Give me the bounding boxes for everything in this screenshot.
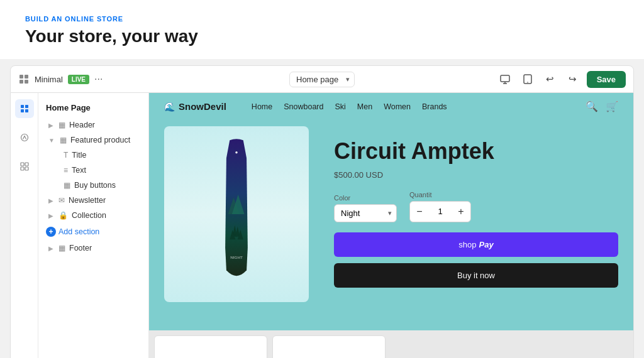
chevron-icon: ▼	[48, 137, 55, 144]
toolbar-center: Home page	[289, 72, 355, 87]
color-quantity-row: Color Night Quantit −	[334, 191, 618, 222]
svg-rect-14	[21, 163, 24, 166]
cart-icon[interactable]: 🛒	[606, 100, 618, 112]
sidebar-icon-apps[interactable]	[15, 157, 34, 176]
editor-wrapper: Minimal Live ··· Home page ↩ ↪ Save	[0, 59, 644, 358]
svg-point-8	[527, 82, 528, 83]
below-card-1	[154, 335, 267, 358]
page-selector[interactable]: Home page	[289, 72, 355, 87]
buy-buttons-icon: ▦	[64, 181, 70, 190]
toolbar-left: Minimal Live ···	[18, 73, 284, 85]
quantity-input[interactable]	[429, 207, 452, 216]
svg-rect-12	[25, 109, 28, 112]
svg-rect-10	[25, 105, 28, 108]
nav-snowboard[interactable]: Snowboard	[284, 102, 323, 111]
sidebar-item-featured[interactable]: ▼ ▦ Featured product	[38, 133, 148, 148]
editor-body: Home Page ▶ ▦ Header ▼ ▦ Featured produc…	[10, 93, 634, 358]
buy-now-button[interactable]: Buy it now	[334, 263, 618, 288]
svg-rect-1	[25, 75, 28, 79]
newsletter-icon: ✉	[58, 196, 65, 205]
toolbar-more[interactable]: ···	[94, 73, 103, 85]
shop-pay-button[interactable]: shop Pay	[334, 232, 618, 257]
svg-text:NIGHT: NIGHT	[230, 255, 243, 259]
chevron-icon: ▶	[48, 245, 53, 252]
header-icon: ▦	[58, 121, 65, 129]
color-select[interactable]: Night	[334, 204, 397, 222]
store-preview: 🌊 SnowDevil Home Snowboard Ski Men Women…	[149, 93, 633, 330]
nav-brands[interactable]: Brands	[422, 102, 447, 111]
theme-name: Minimal	[35, 75, 63, 84]
color-field: Color Night	[334, 194, 397, 222]
below-preview	[149, 330, 633, 358]
svg-rect-2	[19, 80, 23, 84]
search-icon[interactable]: 🔍	[586, 100, 598, 112]
nav-ski[interactable]: Ski	[335, 102, 345, 111]
svg-rect-17	[25, 167, 28, 170]
sidebar-item-featured-label: Featured product	[70, 136, 130, 144]
color-select-wrap[interactable]: Night	[334, 204, 397, 222]
sidebar-nav: Home Page ▶ ▦ Header ▼ ▦ Featured produc…	[38, 93, 148, 358]
undo-btn[interactable]: ↩	[541, 70, 559, 88]
svg-rect-16	[21, 167, 24, 170]
page-selector-wrap[interactable]: Home page	[289, 72, 355, 87]
sidebar-item-text[interactable]: ≡ Text	[46, 163, 148, 178]
featured-icon: ▦	[60, 136, 67, 144]
store-nav: 🌊 SnowDevil Home Snowboard Ski Men Women…	[149, 93, 633, 120]
store-nav-links: Home Snowboard Ski Men Women Brands	[252, 102, 447, 111]
quantity-increase-btn[interactable]: +	[452, 202, 470, 222]
sidebar-item-header-label: Header	[69, 121, 95, 129]
build-label: BUILD AN ONLINE STORE	[25, 15, 619, 23]
product-price: $500.00 USD	[334, 170, 618, 180]
sidebar-item-text-label: Text	[72, 166, 86, 175]
sidebar-sub-featured: T Title ≡ Text ▦ Buy buttons	[38, 148, 148, 193]
quantity-decrease-btn[interactable]: −	[410, 202, 429, 222]
sidebar-item-footer[interactable]: ▶ ▦ Footer	[38, 241, 148, 256]
sidebar-item-collection-label: Collection	[72, 211, 106, 220]
add-section-label: Add section	[58, 227, 99, 236]
sidebar-item-header[interactable]: ▶ ▦ Header	[38, 117, 148, 133]
color-label: Color	[334, 194, 397, 202]
sidebar-item-newsletter-label: Newsletter	[69, 196, 106, 205]
product-info: Circuit Amptek $500.00 USD Color Night	[334, 126, 618, 288]
store-logo: 🌊 SnowDevil	[164, 101, 226, 112]
toolbar-right: ↩ ↪ Save	[360, 70, 626, 88]
quantity-ctrl: − +	[409, 201, 471, 222]
svg-rect-0	[19, 75, 23, 79]
toolbar: Minimal Live ··· Home page ↩ ↪ Save	[10, 65, 634, 93]
sidebar-icon-pages[interactable]	[15, 99, 34, 118]
below-card-2	[272, 335, 386, 358]
chevron-icon: ▶	[48, 122, 53, 129]
nav-women[interactable]: Women	[384, 102, 411, 111]
nav-home[interactable]: Home	[252, 102, 272, 111]
desktop-view-btn[interactable]	[496, 70, 514, 88]
sidebar-item-title[interactable]: T Title	[46, 148, 148, 163]
product-image: NIGHT	[164, 126, 309, 302]
sidebar-item-newsletter[interactable]: ▶ ✉ Newsletter	[38, 193, 148, 208]
quantity-label: Quantit	[409, 191, 471, 198]
add-section-btn[interactable]: + Add section	[38, 223, 148, 241]
shop-pay-logo: Pay	[479, 240, 494, 249]
chevron-icon: ▶	[48, 197, 53, 204]
text-icon: ≡	[64, 166, 68, 175]
preview-area: 🌊 SnowDevil Home Snowboard Ski Men Women…	[149, 93, 633, 358]
quantity-field: Quantit − +	[409, 191, 471, 222]
svg-point-18	[235, 151, 238, 154]
mobile-view-btn[interactable]	[519, 70, 536, 88]
svg-rect-9	[21, 105, 24, 108]
sidebar-icon-customize[interactable]	[15, 128, 34, 147]
sidebar-item-footer-label: Footer	[69, 244, 92, 252]
save-button[interactable]: Save	[587, 71, 626, 88]
nav-men[interactable]: Men	[357, 102, 372, 111]
redo-btn[interactable]: ↪	[564, 70, 582, 88]
title-icon: T	[64, 151, 68, 160]
theme-icon	[18, 73, 30, 85]
store-logo-text: SnowDevil	[179, 101, 226, 112]
sidebar-icons	[11, 93, 38, 358]
sidebar-item-collection[interactable]: ▶ 🔒 Collection	[38, 208, 148, 223]
sidebar-item-buy-buttons-label: Buy buttons	[74, 181, 116, 190]
plus-icon: +	[46, 227, 56, 237]
sidebar: Home Page ▶ ▦ Header ▼ ▦ Featured produc…	[11, 93, 149, 358]
sidebar-item-buy-buttons[interactable]: ▦ Buy buttons	[46, 178, 148, 193]
svg-rect-15	[25, 163, 28, 166]
shop-pay-text: shop	[458, 240, 476, 249]
